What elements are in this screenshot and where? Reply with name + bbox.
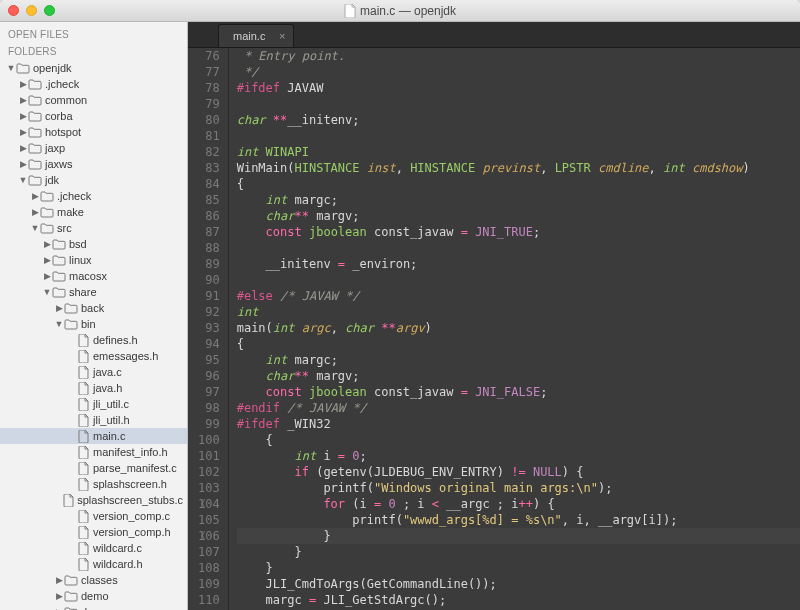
tab-bar[interactable]: main.c × — [188, 22, 800, 48]
code-line[interactable]: { — [237, 176, 800, 192]
file-row[interactable]: ▶defines.h — [0, 332, 187, 348]
code-line[interactable]: #else /* JAVAW */ — [237, 288, 800, 304]
file-row[interactable]: ▶manifest_info.h — [0, 444, 187, 460]
code-line[interactable]: char** margv; — [237, 208, 800, 224]
folders-heading[interactable]: FOLDERS — [0, 43, 187, 60]
line-number[interactable]: 77 — [198, 64, 220, 80]
file-row[interactable]: ▶splashscreen.h — [0, 476, 187, 492]
disclosure-triangle-icon[interactable]: ▶ — [18, 127, 28, 137]
folder-row[interactable]: ▼src — [0, 220, 187, 236]
file-row[interactable]: ▶parse_manifest.c — [0, 460, 187, 476]
file-row[interactable]: ▶wildcard.c — [0, 540, 187, 556]
line-number[interactable]: 79 — [198, 96, 220, 112]
disclosure-triangle-icon[interactable]: ▶ — [30, 207, 40, 217]
file-row[interactable]: ▶version_comp.h — [0, 524, 187, 540]
line-number[interactable]: 81 — [198, 128, 220, 144]
code-area[interactable]: 7677787980818283848586878889909192939495… — [188, 48, 800, 610]
folder-row[interactable]: ▶macosx — [0, 268, 187, 284]
disclosure-triangle-icon[interactable]: ▶ — [42, 239, 52, 249]
disclosure-triangle-icon[interactable]: ▶ — [54, 591, 64, 601]
code-line[interactable]: printf("Windows original main args:\n"); — [237, 480, 800, 496]
folder-row[interactable]: ▶classes — [0, 572, 187, 588]
file-row[interactable]: ▶emessages.h — [0, 348, 187, 364]
line-number[interactable]: 85 — [198, 192, 220, 208]
code-line[interactable]: margc = JLI_GetStdArgc(); — [237, 592, 800, 608]
line-number[interactable]: 102 — [198, 464, 220, 480]
line-number[interactable]: 105 — [198, 512, 220, 528]
folder-row[interactable]: ▶.jcheck — [0, 76, 187, 92]
line-number[interactable]: 89 — [198, 256, 220, 272]
disclosure-triangle-icon[interactable]: ▶ — [18, 111, 28, 121]
line-number[interactable]: 100 — [198, 432, 220, 448]
folder-row[interactable]: ▶jaxws — [0, 156, 187, 172]
line-number[interactable]: 108 — [198, 560, 220, 576]
code-line[interactable]: WinMain(HINSTANCE inst, HINSTANCE previn… — [237, 160, 800, 176]
code-line[interactable]: #endif /* JAVAW */ — [237, 400, 800, 416]
folder-row[interactable]: ▶bsd — [0, 236, 187, 252]
disclosure-triangle-icon[interactable]: ▶ — [30, 191, 40, 201]
disclosure-triangle-icon[interactable]: ▼ — [42, 287, 52, 297]
file-row[interactable]: ▶java.h — [0, 380, 187, 396]
code-line[interactable]: int WINAPI — [237, 144, 800, 160]
line-number[interactable]: 84 — [198, 176, 220, 192]
tab-main-c[interactable]: main.c × — [218, 24, 294, 47]
titlebar[interactable]: main.c — openjdk — [0, 0, 800, 22]
code-line[interactable]: printf("wwwd_args[%d] = %s\n", i, __argv… — [237, 512, 800, 528]
code-line[interactable] — [237, 96, 800, 112]
folder-row[interactable]: ▶back — [0, 300, 187, 316]
folder-row[interactable]: ▶.jcheck — [0, 188, 187, 204]
code-line[interactable]: const jboolean const_javaw = JNI_FALSE; — [237, 384, 800, 400]
code-line[interactable]: } — [237, 560, 800, 576]
file-row[interactable]: ▶jli_util.c — [0, 396, 187, 412]
line-number[interactable]: 94 — [198, 336, 220, 352]
line-number[interactable]: 99 — [198, 416, 220, 432]
folder-row[interactable]: ▶jaxp — [0, 140, 187, 156]
line-number[interactable]: 101 — [198, 448, 220, 464]
line-number[interactable]: 76 — [198, 48, 220, 64]
sidebar[interactable]: OPEN FILES FOLDERS ▼openjdk▶.jcheck▶comm… — [0, 22, 188, 610]
code-line[interactable]: if (getenv(JLDEBUG_ENV_ENTRY) != NULL) { — [237, 464, 800, 480]
code-line[interactable]: int i = 0; — [237, 448, 800, 464]
line-number[interactable]: 78 — [198, 80, 220, 96]
code-line[interactable]: JLI_CmdToArgs(GetCommandLine()); — [237, 576, 800, 592]
line-number[interactable]: 98 — [198, 400, 220, 416]
code-line[interactable]: { — [237, 336, 800, 352]
line-number[interactable]: 96 — [198, 368, 220, 384]
line-number[interactable]: 82 — [198, 144, 220, 160]
disclosure-triangle-icon[interactable]: ▶ — [18, 79, 28, 89]
close-window-button[interactable] — [8, 5, 19, 16]
folder-row[interactable]: ▼openjdk — [0, 60, 187, 76]
line-number[interactable]: 90 — [198, 272, 220, 288]
file-row[interactable]: ▶wildcard.h — [0, 556, 187, 572]
code-line[interactable] — [237, 128, 800, 144]
code-line[interactable] — [237, 272, 800, 288]
folder-row[interactable]: ▼share — [0, 284, 187, 300]
disclosure-triangle-icon[interactable]: ▶ — [54, 575, 64, 585]
code-line[interactable]: #ifdef JAVAW — [237, 80, 800, 96]
code-line[interactable]: int margc; — [237, 192, 800, 208]
disclosure-triangle-icon[interactable]: ▼ — [54, 319, 64, 329]
code-line[interactable]: main(int argc, char **argv) — [237, 320, 800, 336]
line-number[interactable]: 93 — [198, 320, 220, 336]
line-number[interactable]: 106 — [198, 528, 220, 544]
folder-row[interactable]: ▶linux — [0, 252, 187, 268]
code-line[interactable] — [237, 240, 800, 256]
line-number[interactable]: 103 — [198, 480, 220, 496]
line-number[interactable]: 97 — [198, 384, 220, 400]
folder-row[interactable]: ▶demo — [0, 588, 187, 604]
open-files-heading[interactable]: OPEN FILES — [0, 26, 187, 43]
line-number[interactable]: 80 — [198, 112, 220, 128]
file-row[interactable]: ▶java.c — [0, 364, 187, 380]
line-number[interactable]: 92 — [198, 304, 220, 320]
code-line[interactable]: char **__initenv; — [237, 112, 800, 128]
code-line[interactable]: char** margv; — [237, 368, 800, 384]
line-number[interactable]: 109 — [198, 576, 220, 592]
folder-row[interactable]: ▼jdk — [0, 172, 187, 188]
file-row[interactable]: ▶splashscreen_stubs.c — [0, 492, 187, 508]
disclosure-triangle-icon[interactable]: ▶ — [18, 95, 28, 105]
zoom-window-button[interactable] — [44, 5, 55, 16]
folder-row[interactable]: ▶doc — [0, 604, 187, 610]
code-line[interactable]: */ — [237, 64, 800, 80]
disclosure-triangle-icon[interactable]: ▶ — [42, 271, 52, 281]
folder-row[interactable]: ▶common — [0, 92, 187, 108]
